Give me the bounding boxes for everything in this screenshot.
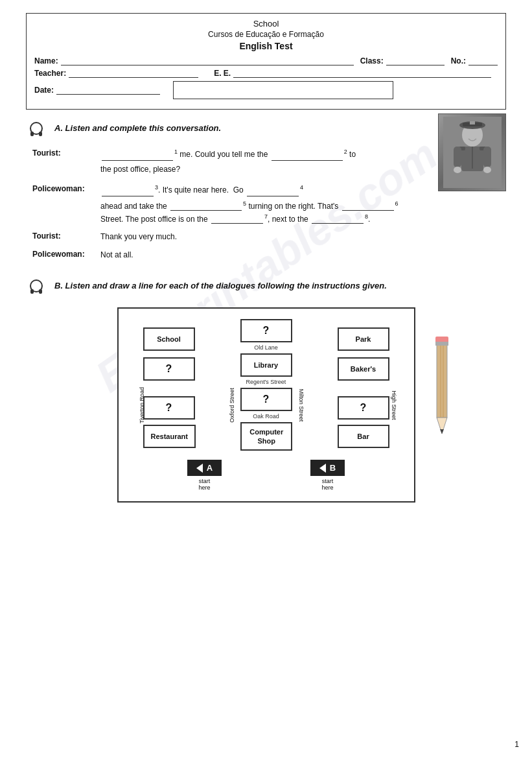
- map-cell-computer-shop: Computer Shop: [240, 422, 292, 451]
- dialogue: Tourist: 1 me. Could you tell me the 2 t…: [32, 147, 506, 262]
- section-a-title: A. Listen and complete this conversation…: [54, 120, 221, 134]
- street-tiverton: Tiverton Road: [139, 386, 145, 423]
- police-photo-inner: [439, 114, 505, 191]
- pencil-decoration: [426, 333, 457, 439]
- blank-4: [247, 187, 299, 196]
- cell-bakers: Baker's: [338, 357, 389, 381]
- tourist-speaker-2: Tourist:: [32, 230, 100, 243]
- name-row: Name: Class: No.:: [34, 56, 498, 65]
- tourist-speech-1: 1 me. Could you tell me the 2 to: [100, 147, 428, 161]
- oak-road-label: Oak Road: [253, 413, 279, 420]
- start-b-text: start here: [321, 478, 333, 491]
- tourist-line-1b: the post office, please?: [100, 163, 428, 176]
- svg-point-15: [483, 167, 491, 173]
- class-line: [386, 56, 445, 65]
- score-box: [173, 81, 393, 99]
- start-a-box: A: [187, 460, 222, 476]
- svg-rect-17: [30, 289, 34, 294]
- map-row-2: ? Library Regent's Street Baker's: [143, 353, 389, 385]
- sup-7: 7: [264, 213, 268, 220]
- map-cell-q2: ?: [143, 357, 195, 381]
- sup-4: 4: [300, 184, 303, 191]
- cell-school: School: [143, 327, 195, 351]
- arrow-a-icon: [196, 464, 203, 473]
- map-cell-q5: ?: [338, 396, 389, 420]
- svg-rect-18: [39, 289, 42, 294]
- map-grid: School ? Old Lane Park ?: [125, 315, 408, 460]
- section-a: A. Listen and complete this conversation…: [26, 120, 506, 262]
- section-b-title: B. Listen and draw a line for each of th…: [54, 278, 387, 292]
- start-b-group: B start here: [310, 460, 345, 491]
- no-label: No.:: [451, 56, 466, 65]
- map-wrap: Tiverton Road High Street Oxford Street …: [117, 307, 415, 503]
- sup-8: 8: [365, 213, 368, 220]
- sup-2: 2: [344, 148, 347, 155]
- headphone-icon: [26, 120, 47, 141]
- blank-5: [170, 202, 242, 211]
- start-a-text: start here: [198, 478, 210, 491]
- map-cell-q1: ? Old Lane: [240, 319, 292, 351]
- map-cell-school: School: [143, 327, 195, 351]
- map-cell-restaurant: Restaurant: [143, 425, 196, 448]
- subtitle: Cursos de Educação e Formação: [34, 30, 498, 39]
- no-line: [468, 56, 498, 65]
- map-container: Tiverton Road High Street Oxford Street …: [26, 307, 506, 503]
- sup-6: 6: [395, 200, 399, 207]
- street-milton: Milton Street: [298, 388, 305, 421]
- blank-3: [102, 187, 154, 196]
- start-a-group: A start here: [187, 460, 222, 491]
- cell-q4: ?: [240, 388, 292, 411]
- map-row-1: School ? Old Lane Park: [143, 319, 389, 351]
- blank-7: [211, 215, 263, 224]
- map-cell-q3: ?: [143, 396, 195, 420]
- tourist-speech-2: Thank you very much.: [100, 230, 428, 243]
- svg-point-14: [454, 167, 461, 173]
- police-speech-1b: ahead and take the 5 turning on the righ…: [100, 200, 428, 211]
- start-b-box: B: [310, 460, 345, 476]
- teacher-row: Teacher: E. E.: [34, 69, 498, 78]
- cell-restaurant: Restaurant: [143, 425, 196, 448]
- page-number: 1: [515, 740, 519, 749]
- svg-rect-23: [435, 342, 448, 346]
- section-b-header: B. Listen and draw a line for each of th…: [26, 278, 506, 298]
- blank-1: [102, 152, 173, 161]
- arrow-b-icon: [319, 464, 326, 473]
- ee-label: E. E.: [214, 69, 231, 78]
- police-photo: [438, 113, 506, 191]
- map-cell-park: Park: [338, 327, 389, 351]
- svg-rect-7: [470, 121, 475, 124]
- header-box: School Cursos de Educação e Formação Eng…: [26, 13, 506, 110]
- police-speech-1c: Street. The post office is on the 7, nex…: [100, 213, 428, 224]
- teacher-line: [69, 69, 198, 78]
- section-a-header: A. Listen and complete this conversation…: [26, 120, 506, 141]
- section-b: B. Listen and draw a line for each of th…: [26, 278, 506, 503]
- svg-rect-19: [437, 340, 447, 418]
- map-cell-library: Library Regent's Street: [240, 353, 292, 385]
- svg-rect-12: [454, 147, 461, 167]
- police-line-1: Policewoman: 3. It's quite near here. Go…: [32, 183, 428, 196]
- name-line: [61, 56, 354, 65]
- teacher-label: Teacher:: [34, 69, 66, 78]
- tourist-line-2: Tourist: Thank you very much.: [32, 230, 428, 243]
- date-line: [56, 86, 160, 95]
- map-row-3: ? ? Oak Road ?: [143, 388, 389, 420]
- police-speech-1: 3. It's quite near here. Go 4: [100, 183, 428, 196]
- map-row-4: Restaurant Computer Shop Bar: [143, 422, 389, 451]
- tourist-speaker-1: Tourist:: [32, 147, 100, 161]
- blank-2: [272, 152, 343, 161]
- sup-5: 5: [243, 200, 246, 207]
- cell-q3: ?: [143, 396, 195, 420]
- start-b-label: B: [330, 463, 336, 473]
- svg-marker-21: [440, 429, 444, 434]
- cell-bar: Bar: [338, 425, 389, 448]
- svg-rect-1: [30, 132, 34, 136]
- map-cell-q4: ? Oak Road: [240, 388, 292, 420]
- street-oxford: Oxford Street: [228, 388, 235, 423]
- old-lane-label: Old Lane: [254, 344, 278, 351]
- map-border: Tiverton Road High Street Oxford Street …: [117, 307, 415, 503]
- police-speaker-1: Policewoman:: [32, 183, 100, 196]
- cell-computer-shop: Computer Shop: [240, 422, 292, 451]
- cell-q1: ?: [240, 319, 292, 342]
- svg-rect-2: [39, 132, 42, 136]
- svg-rect-13: [483, 147, 491, 167]
